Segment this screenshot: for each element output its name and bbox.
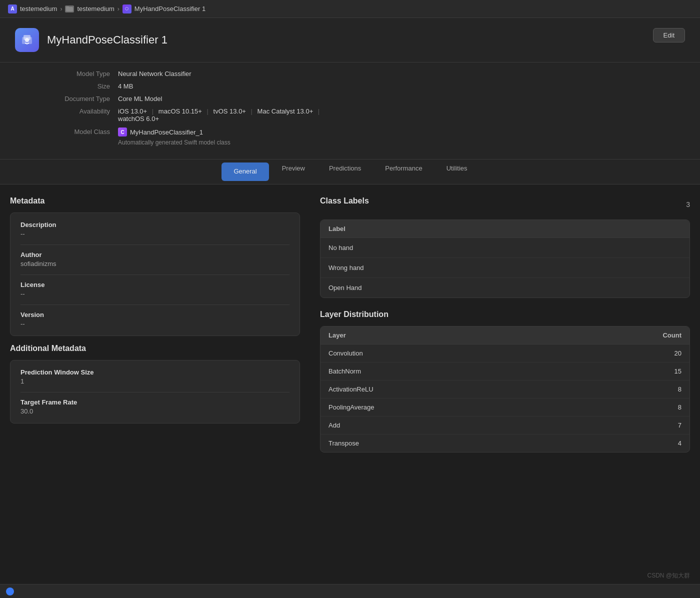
meta-divider-3: [20, 304, 290, 305]
class-labels-table: Label No hand Wrong hand Open Hand: [320, 220, 690, 298]
class-count: 3: [686, 200, 690, 208]
model-type-value: Neural Network Classifier: [118, 70, 192, 78]
tab-preview[interactable]: Preview: [270, 160, 317, 184]
layer-count-2: 15: [674, 368, 682, 375]
main-content: Metadata Description -- Author sofiadini…: [0, 184, 700, 464]
layer-row-4: PoolingAverage 8: [320, 398, 690, 416]
info-row-model-type: Model Type Neural Network Classifier: [20, 68, 680, 80]
meta-description-field: Description --: [20, 221, 290, 238]
info-row-model-class: Model Class C MyHandPoseClassifier_1: [20, 125, 680, 139]
breadcrumb-item-2[interactable]: testemedium: [77, 5, 114, 12]
layer-row-3: ActivationReLU 8: [320, 380, 690, 398]
prediction-window-label: Prediction Window Size: [20, 368, 290, 376]
metadata-section-title: Metadata: [10, 196, 300, 206]
doc-type-value: Core ML Model: [118, 95, 162, 102]
tab-bar: General Preview Predictions Performance …: [0, 160, 700, 184]
meta-license-value: --: [20, 290, 290, 298]
target-frame-rate-field: Target Frame Rate 30.0: [20, 398, 290, 415]
avail-watchos: watchOS 6.0+: [118, 115, 159, 122]
class-labels-header: Class Labels 3: [320, 196, 690, 212]
model-class-value: C MyHandPoseClassifier_1: [118, 128, 203, 136]
prediction-window-value: 1: [20, 378, 290, 385]
layer-row-6: Transpose 4: [320, 434, 690, 452]
avail-macos: macOS 10.15+: [158, 108, 202, 115]
edit-button[interactable]: Edit: [653, 28, 685, 42]
class-label-2: Wrong hand: [328, 264, 364, 272]
layer-row-2: BatchNorm 15: [320, 362, 690, 380]
avail-sep-2: |: [207, 108, 208, 115]
meta-divider-2: [20, 274, 290, 275]
c-badge-icon: C: [118, 128, 127, 136]
model-breadcrumb-icon: ⬡: [122, 4, 132, 14]
layer-dist-header: Layer Count: [320, 326, 690, 344]
metadata-card: Description -- Author sofiadinizms Licen…: [10, 212, 300, 336]
watermark: CSDN @知大群: [647, 572, 690, 580]
layer-name-1: Convolution: [328, 350, 363, 357]
right-column: Class Labels 3 Label No hand Wrong hand …: [310, 196, 690, 452]
model-header-left: MyHandPoseClassifier 1: [15, 28, 168, 52]
info-row-availability: Availability iOS 13.0+ | macOS 10.15+ | …: [20, 105, 680, 125]
meta-version-field: Version --: [20, 311, 290, 328]
layer-col-header: Layer: [328, 332, 346, 339]
layer-row-5: Add 7: [320, 416, 690, 434]
model-class-label: Model Class: [20, 128, 110, 136]
class-label-row-3: Open Hand: [320, 278, 690, 298]
breadcrumb-item-3[interactable]: MyHandPoseClassifier 1: [134, 5, 206, 12]
class-label-row-1: No hand: [320, 238, 690, 258]
meta-description-value: --: [20, 230, 290, 238]
model-title: MyHandPoseClassifier 1: [47, 34, 168, 46]
availability-label: Availability: [20, 108, 110, 115]
additional-metadata-card: Prediction Window Size 1 Target Frame Ra…: [10, 360, 300, 424]
layer-count-1: 20: [674, 350, 682, 357]
target-frame-rate-value: 30.0: [20, 408, 290, 415]
breadcrumb-sep-1: ›: [60, 6, 62, 12]
class-labels-title: Class Labels: [320, 196, 369, 206]
tab-performance[interactable]: Performance: [373, 160, 434, 184]
tab-general[interactable]: General: [222, 162, 268, 181]
meta-version-value: --: [20, 320, 290, 328]
prediction-window-field: Prediction Window Size 1: [20, 368, 290, 385]
meta-description-label: Description: [20, 221, 290, 228]
meta-author-value: sofiadinizms: [20, 260, 290, 268]
count-col-header: Count: [662, 332, 682, 339]
additional-divider-1: [20, 392, 290, 392]
meta-version-label: Version: [20, 311, 290, 318]
class-labels-col-header: Label: [320, 220, 690, 238]
meta-author-field: Author sofiadinizms: [20, 251, 290, 268]
info-row-size: Size 4 MB: [20, 80, 680, 92]
layer-row-1: Convolution 20: [320, 344, 690, 362]
layer-name-6: Transpose: [328, 440, 359, 447]
tab-utilities[interactable]: Utilities: [434, 160, 480, 184]
model-class-sub: Automatically generated Swift model clas…: [118, 139, 680, 149]
layer-count-3: 8: [678, 386, 682, 393]
layer-dist-title: Layer Distribution: [320, 310, 690, 319]
layer-name-4: PoolingAverage: [328, 404, 374, 411]
avail-sep-1: |: [152, 108, 154, 115]
meta-license-field: License --: [20, 281, 290, 298]
info-grid: Model Type Neural Network Classifier Siz…: [0, 62, 700, 160]
breadcrumb-bar: A testemedium › testemedium › ⬡ MyHandPo…: [0, 0, 700, 18]
meta-author-label: Author: [20, 251, 290, 258]
doc-type-label: Document Type: [20, 95, 110, 102]
svg-point-4: [25, 38, 29, 42]
breadcrumb-item-1[interactable]: testemedium: [20, 5, 57, 12]
model-class-name: MyHandPoseClassifier_1: [130, 128, 203, 136]
layer-distribution-table: Layer Count Convolution 20 BatchNorm 15 …: [320, 326, 690, 452]
svg-rect-1: [66, 6, 69, 8]
model-header: MyHandPoseClassifier 1 Edit: [0, 18, 700, 62]
layer-count-4: 8: [678, 404, 682, 411]
avail-ios: iOS 13.0+: [118, 108, 147, 115]
model-icon: [15, 28, 39, 52]
size-label: Size: [20, 82, 110, 90]
class-label-row-2: Wrong hand: [320, 258, 690, 278]
avail-tvos: tvOS 13.0+: [214, 108, 246, 115]
tab-predictions[interactable]: Predictions: [317, 160, 373, 184]
avail-catalyst: Mac Catalyst 13.0+: [258, 108, 314, 115]
left-column: Metadata Description -- Author sofiadini…: [10, 196, 310, 452]
folder-icon: [65, 6, 74, 12]
avail-sep-4: |: [318, 108, 320, 115]
status-indicator: [6, 588, 14, 596]
app-icon: A: [8, 4, 17, 14]
layer-name-2: BatchNorm: [328, 368, 361, 375]
breadcrumb-sep-2: ›: [118, 6, 120, 12]
